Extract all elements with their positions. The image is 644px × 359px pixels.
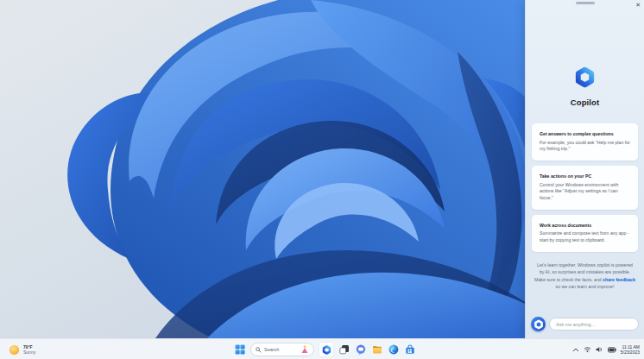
microsoft-store-icon bbox=[405, 344, 415, 355]
taskbar-file-explorer-button[interactable] bbox=[371, 343, 383, 356]
windows-logo-icon bbox=[235, 344, 245, 355]
share-feedback-link[interactable]: share feedback bbox=[603, 277, 635, 282]
copilot-title: Copilot bbox=[526, 98, 644, 107]
start-button[interactable] bbox=[234, 343, 246, 356]
wifi-icon[interactable] bbox=[584, 346, 591, 353]
taskbar-search-box[interactable]: Search bbox=[250, 343, 314, 356]
sun-icon bbox=[9, 344, 20, 356]
suggestion-cards: Get answers to complex questions For exa… bbox=[526, 123, 644, 252]
copilot-logo-icon bbox=[574, 66, 596, 88]
card-body: Summarize and compose text from any app … bbox=[540, 230, 630, 244]
search-placeholder: Search bbox=[264, 347, 298, 352]
search-highlights-icon bbox=[300, 345, 309, 354]
file-explorer-icon bbox=[372, 344, 382, 355]
taskbar-edge-button[interactable] bbox=[388, 343, 400, 356]
taskbar-store-button[interactable] bbox=[404, 343, 416, 356]
copilot-icon bbox=[322, 345, 331, 355]
card-body: For example, you could ask "Help me plan… bbox=[540, 140, 630, 154]
volume-icon[interactable] bbox=[596, 346, 603, 353]
weather-condition: Sunny bbox=[23, 350, 35, 355]
copilot-panel: ✕ Copilot Get answers to complex questio… bbox=[525, 0, 644, 338]
taskbar-center: Search bbox=[234, 339, 416, 359]
card-body: Control your Windows environment with ac… bbox=[540, 182, 630, 202]
copilot-input-row bbox=[526, 317, 644, 338]
desktop-screen: ✕ Copilot Get answers to complex questio… bbox=[0, 0, 644, 359]
taskbar: 70°F Sunny bbox=[0, 338, 644, 359]
system-tray: 11:11 AM 5/23/2023 bbox=[572, 339, 640, 359]
card-title: Take actions on your PC bbox=[540, 173, 630, 179]
tray-date: 5/23/2023 bbox=[621, 350, 640, 356]
ask-me-anything-input[interactable] bbox=[549, 318, 639, 331]
task-view-icon bbox=[339, 344, 350, 355]
taskbar-chat-button[interactable] bbox=[355, 343, 367, 356]
card-title: Work across documents bbox=[540, 223, 630, 228]
disclaimer-text: so we can learn and improve! bbox=[556, 284, 615, 289]
card-title: Get answers to complex questions bbox=[540, 131, 630, 136]
battery-icon[interactable] bbox=[608, 347, 616, 353]
tray-clock[interactable]: 11:11 AM 5/23/2023 bbox=[621, 344, 640, 356]
search-icon bbox=[256, 347, 262, 353]
close-icon[interactable]: ✕ bbox=[635, 1, 641, 9]
suggestion-card-actions[interactable]: Take actions on your PC Control your Win… bbox=[532, 166, 638, 210]
panel-drag-handle[interactable] bbox=[576, 2, 595, 4]
taskbar-task-view-button[interactable] bbox=[338, 343, 350, 356]
chat-icon bbox=[356, 344, 366, 355]
tray-chevron-up-icon[interactable] bbox=[572, 347, 579, 353]
edge-icon bbox=[388, 344, 399, 355]
copilot-avatar-icon bbox=[531, 317, 546, 331]
taskbar-copilot-button[interactable] bbox=[319, 342, 334, 357]
suggestion-card-answers[interactable]: Get answers to complex questions For exa… bbox=[532, 123, 638, 161]
ai-disclaimer: Let's learn together. Windows copilot is… bbox=[526, 261, 644, 290]
weather-widget[interactable]: 70°F Sunny bbox=[5, 339, 39, 359]
suggestion-card-documents[interactable]: Work across documents Summarize and comp… bbox=[532, 215, 638, 252]
